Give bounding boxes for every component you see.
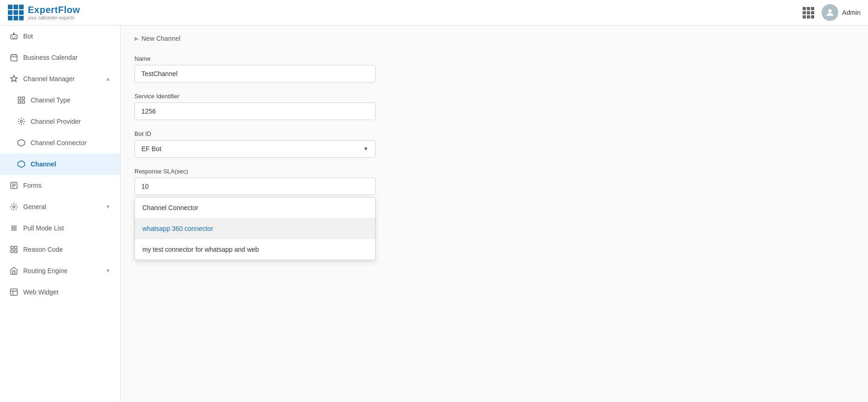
svg-marker-12 <box>18 161 25 168</box>
channel-provider-icon <box>17 117 26 126</box>
pull-mode-icon <box>9 223 19 233</box>
channel-connector-wrapper: Channel Connector whatsapp 360 connector… <box>134 178 376 196</box>
new-channel-form: Name Service Identifier Bot ID EF Bot ▼ <box>134 55 376 196</box>
svg-rect-7 <box>22 97 25 99</box>
sidebar-item-general-label: General <box>23 203 46 211</box>
logo-subtitle: your callcenter experts <box>28 15 80 20</box>
dropdown-item-mytest-label: my test connector for whatsapp and web <box>142 246 259 253</box>
sidebar-item-channel-provider-label: Channel Provider <box>31 118 81 125</box>
svg-point-4 <box>15 36 16 37</box>
dropdown-item-whatsapp360-label: whatsapp 360 connector <box>142 225 213 232</box>
sidebar-item-routing-engine[interactable]: Routing Engine ▼ <box>0 260 120 281</box>
logo-icon <box>7 4 24 21</box>
channel-manager-icon <box>9 74 19 83</box>
breadcrumb: ▶ New Channel <box>134 35 854 42</box>
sidebar-item-channel-type[interactable]: Channel Type <box>0 89 120 111</box>
svg-point-0 <box>829 9 832 13</box>
sidebar-item-forms[interactable]: Forms <box>0 175 120 196</box>
sidebar-item-routing-engine-label: Routing Engine <box>23 267 68 274</box>
svg-rect-15 <box>11 246 13 249</box>
channel-type-icon <box>17 96 26 105</box>
dropdown-item-whatsapp360[interactable]: whatsapp 360 connector <box>135 218 375 239</box>
sidebar-item-forms-label: Forms <box>23 182 42 189</box>
service-identifier-group: Service Identifier <box>134 93 376 120</box>
sidebar-item-bot[interactable]: Bot <box>0 26 120 47</box>
breadcrumb-arrow-icon: ▶ <box>134 35 139 42</box>
channel-manager-chevron-icon: ▲ <box>105 76 111 82</box>
svg-point-14 <box>13 206 15 208</box>
logo: ExpertFlow your callcenter experts <box>7 4 80 21</box>
bot-id-label: Bot ID <box>134 130 376 137</box>
sidebar-item-bot-label: Bot <box>23 32 33 40</box>
sidebar-item-channel-connector-label: Channel Connector <box>31 139 87 147</box>
bot-id-select[interactable]: EF Bot ▼ <box>134 140 376 158</box>
sidebar-item-channel-type-label: Channel Type <box>31 96 70 104</box>
channel-icon <box>17 160 26 169</box>
name-label: Name <box>134 55 376 62</box>
routing-engine-chevron-icon: ▼ <box>105 268 111 274</box>
sidebar-item-channel-manager-label: Channel Manager <box>23 75 75 83</box>
svg-rect-5 <box>11 55 17 61</box>
sidebar-item-web-widget-label: Web Widget <box>23 288 58 296</box>
user-menu[interactable]: Admin <box>822 4 861 21</box>
svg-rect-17 <box>11 250 13 253</box>
logo-title: ExpertFlow <box>28 5 80 15</box>
sidebar-item-pull-mode-list[interactable]: Pull Mode List <box>0 217 120 239</box>
name-group: Name <box>134 55 376 83</box>
bot-id-value: EF Bot <box>141 145 161 153</box>
reason-code-icon <box>9 245 19 254</box>
sidebar-item-business-calendar[interactable]: Business Calendar <box>0 47 120 68</box>
bot-id-arrow-icon: ▼ <box>363 146 369 152</box>
general-icon <box>9 202 19 211</box>
sidebar-item-channel-manager[interactable]: Channel Manager ▲ <box>0 68 120 89</box>
svg-marker-11 <box>18 140 25 147</box>
svg-rect-8 <box>18 101 20 103</box>
sidebar-item-pull-mode-label: Pull Mode List <box>23 224 64 232</box>
service-identifier-label: Service Identifier <box>134 93 376 100</box>
apps-icon[interactable] <box>803 7 814 19</box>
general-chevron-icon: ▼ <box>105 204 111 210</box>
sidebar-item-business-calendar-label: Business Calendar <box>23 54 78 61</box>
app-body: Bot Business Calendar Channel Manager ▲ … <box>0 26 868 402</box>
dropdown-item-mytest[interactable]: my test connector for whatsapp and web <box>135 239 375 260</box>
dropdown-item-header[interactable]: Channel Connector <box>135 198 375 218</box>
header-right: Admin <box>803 4 861 21</box>
sidebar-item-reason-code-label: Reason Code <box>23 246 63 253</box>
response-sla-group: Response SLA(sec) Channel Connector what… <box>134 168 376 196</box>
service-identifier-input[interactable] <box>134 102 376 120</box>
response-sla-label: Response SLA(sec) <box>134 168 376 175</box>
svg-rect-16 <box>15 246 17 249</box>
bot-id-group: Bot ID EF Bot ▼ <box>134 130 376 158</box>
web-widget-icon <box>9 287 19 297</box>
sidebar-item-channel-label: Channel <box>31 160 56 168</box>
main-content: ▶ New Channel Name Service Identifier Bo… <box>121 26 868 402</box>
response-sla-input[interactable] <box>134 178 376 195</box>
svg-rect-19 <box>11 289 18 295</box>
sidebar-item-channel[interactable]: Channel <box>0 153 120 175</box>
sidebar-item-channel-connector[interactable]: Channel Connector <box>0 132 120 153</box>
forms-icon <box>9 181 19 190</box>
name-input[interactable] <box>134 65 376 83</box>
svg-point-10 <box>20 121 23 123</box>
svg-point-3 <box>12 36 13 37</box>
channel-connector-dropdown: Channel Connector whatsapp 360 connector… <box>134 197 376 260</box>
app-header: ExpertFlow your callcenter experts Admin <box>0 0 868 26</box>
svg-rect-6 <box>18 97 20 99</box>
sidebar: Bot Business Calendar Channel Manager ▲ … <box>0 26 121 402</box>
sidebar-item-reason-code[interactable]: Reason Code <box>0 239 120 260</box>
bot-id-select-wrapper: EF Bot ▼ <box>134 140 376 158</box>
sidebar-item-general[interactable]: General ▼ <box>0 196 120 217</box>
sidebar-item-web-widget[interactable]: Web Widget <box>0 281 120 303</box>
breadcrumb-text: New Channel <box>141 35 180 42</box>
avatar <box>822 4 838 21</box>
calendar-icon <box>9 53 19 62</box>
user-name: Admin <box>842 9 861 16</box>
svg-rect-18 <box>15 250 17 253</box>
channel-connector-icon <box>17 138 26 147</box>
bot-icon <box>9 32 19 41</box>
logo-grid <box>8 5 24 20</box>
logo-text: ExpertFlow your callcenter experts <box>28 5 80 20</box>
svg-rect-9 <box>22 101 25 103</box>
dropdown-item-header-label: Channel Connector <box>142 204 198 211</box>
sidebar-item-channel-provider[interactable]: Channel Provider <box>0 111 120 132</box>
